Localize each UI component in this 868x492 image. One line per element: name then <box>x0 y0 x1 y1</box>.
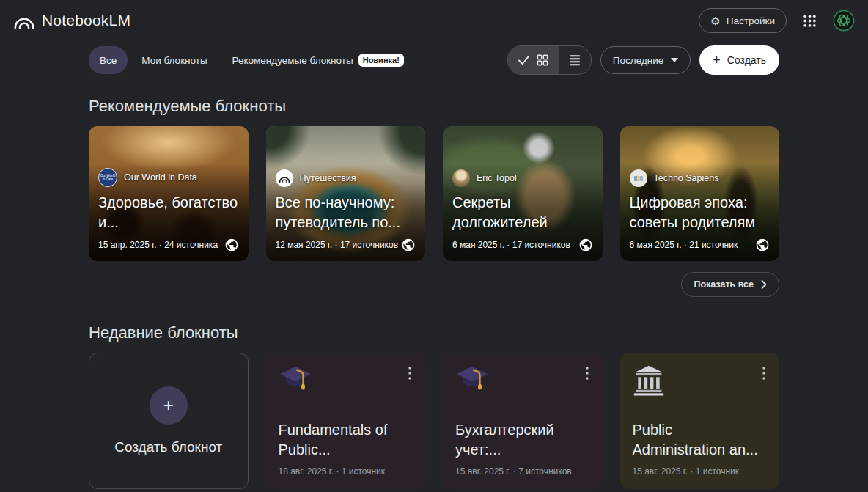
notebook-title: Цифровая эпоха: советы родителям <box>630 193 770 232</box>
author-name: Eric Topol <box>477 173 517 183</box>
classical-building-icon <box>633 364 665 396</box>
list-view-icon <box>568 54 581 66</box>
sort-label: Последние <box>613 55 663 66</box>
notebook-meta: 18 авг. 2025 г. · 1 источник <box>279 466 413 478</box>
avatar-icon <box>833 10 855 32</box>
notebook-title: Здоровье, богатство и... <box>98 193 239 232</box>
featured-cards-grid: Our Worldin Data Our World in Data Здоро… <box>89 126 779 261</box>
toolbar: Все Мои блокноты Рекомендуемые блокноты … <box>89 45 779 75</box>
featured-card-travel-guide[interactable]: Путешествия Все по-научному: путеводител… <box>266 126 426 261</box>
graduation-cap-icon <box>455 364 489 394</box>
notebooklm-logo-icon <box>13 12 35 30</box>
notebook-meta: 6 мая 2025 г. · 17 источников <box>452 240 570 250</box>
kebab-menu-icon[interactable] <box>761 364 767 385</box>
chevron-down-icon <box>671 58 678 62</box>
settings-label: Настройки <box>727 15 775 26</box>
show-all-button[interactable]: Показать все <box>681 272 779 297</box>
author-name: Techno Sapiens <box>654 173 719 183</box>
notebook-meta: 15 авг. 2025 г. · 7 источников <box>455 466 590 478</box>
filter-chip-my-notebooks[interactable]: Мои блокноты <box>130 46 218 74</box>
gear-icon: ⚙ <box>710 15 720 26</box>
chip-label: Рекомендуемые блокноты <box>232 55 353 66</box>
author-avatar-travel <box>276 169 293 187</box>
new-badge: Новинка! <box>358 54 404 67</box>
show-all-label: Показать все <box>694 279 754 290</box>
kebab-menu-icon[interactable] <box>584 364 590 385</box>
featured-card-longevity[interactable]: Eric Topol Секреты долгожителей 6 мая 20… <box>443 126 603 261</box>
create-notebook-card[interactable]: + Создать блокнот <box>89 353 249 489</box>
check-icon <box>518 55 530 65</box>
plus-circle-icon: + <box>150 386 188 425</box>
globe-icon <box>755 238 770 252</box>
chevron-right-icon <box>761 280 767 289</box>
notebook-meta: 12 мая 2025 г. · 17 источников <box>276 240 399 250</box>
sort-dropdown[interactable]: Последние <box>600 46 691 74</box>
notebook-meta: 15 апр. 2025 г. · 24 источника <box>98 240 218 250</box>
grid-view-button[interactable] <box>508 46 559 74</box>
recent-card-accounting[interactable]: Бухгалтерский учет:... 15 авг. 2025 г. ·… <box>443 353 603 489</box>
view-toggle <box>507 45 592 75</box>
settings-button[interactable]: ⚙ Настройки <box>699 8 787 33</box>
filter-chip-all[interactable]: Все <box>89 46 128 74</box>
recent-cards-grid: + Создать блокнот Fundamentals of Public… <box>89 353 779 489</box>
recent-section-title: Недавние блокноты <box>89 323 779 342</box>
recent-card-fundamentals[interactable]: Fundamentals of Public... 18 авг. 2025 г… <box>266 353 426 489</box>
create-notebook-label: Создать блокнот <box>114 439 222 455</box>
featured-section-title: Рекомендуемые блокноты <box>89 97 779 116</box>
author-name: Путешествия <box>300 173 356 183</box>
toolbar-right: Последние + Создать <box>507 45 779 75</box>
graduation-cap-icon <box>279 364 312 394</box>
app-title: NotebookLM <box>42 12 130 29</box>
globe-icon <box>401 238 416 252</box>
list-view-button[interactable] <box>559 46 591 74</box>
notebook-title: Public Administration an... <box>633 420 768 460</box>
recent-card-public-administration[interactable]: Public Administration an... 15 авг. 2025… <box>620 353 780 489</box>
notebook-title: Бухгалтерский учет:... <box>455 420 590 460</box>
author-avatar-eric-topol <box>452 169 470 187</box>
create-button[interactable]: + Создать <box>699 45 779 75</box>
chip-label: Мои блокноты <box>141 55 207 66</box>
notebook-meta: 15 авг. 2025 г. · 1 источник <box>633 466 768 478</box>
grid-view-icon <box>536 54 549 67</box>
header-actions: ⚙ Настройки <box>699 8 855 33</box>
plus-icon: + <box>713 54 721 67</box>
create-label: Создать <box>727 54 766 66</box>
featured-card-health-wealth[interactable]: Our Worldin Data Our World in Data Здоро… <box>89 126 249 261</box>
google-apps-button[interactable] <box>800 11 820 31</box>
top-bar: NotebookLM ⚙ Настройки <box>0 0 868 41</box>
globe-icon <box>224 238 239 252</box>
apps-grid-icon <box>803 14 817 28</box>
app-logo[interactable]: NotebookLM <box>13 12 130 30</box>
featured-card-digital-age[interactable]: Techno Sapiens Цифровая эпоха: советы ро… <box>620 126 780 261</box>
author-name: Our World in Data <box>124 172 197 183</box>
author-avatar-techno-sapiens <box>630 169 647 187</box>
notebook-title: Все по-научному: путеводитель по... <box>276 193 416 232</box>
filter-chips: Все Мои блокноты Рекомендуемые блокноты … <box>89 46 415 74</box>
notebook-title: Fundamentals of Public... <box>279 420 413 460</box>
filter-chip-featured-notebooks[interactable]: Рекомендуемые блокноты Новинка! <box>221 46 415 74</box>
globe-icon <box>578 238 593 252</box>
notebook-meta: 6 мая 2025 г. · 21 источник <box>630 240 738 250</box>
kebab-menu-icon[interactable] <box>407 364 413 385</box>
author-avatar-our-world-in-data: Our Worldin Data <box>98 168 117 187</box>
account-avatar[interactable] <box>833 10 855 32</box>
notebook-title: Секреты долгожителей <box>452 193 593 232</box>
chip-label: Все <box>100 55 117 66</box>
